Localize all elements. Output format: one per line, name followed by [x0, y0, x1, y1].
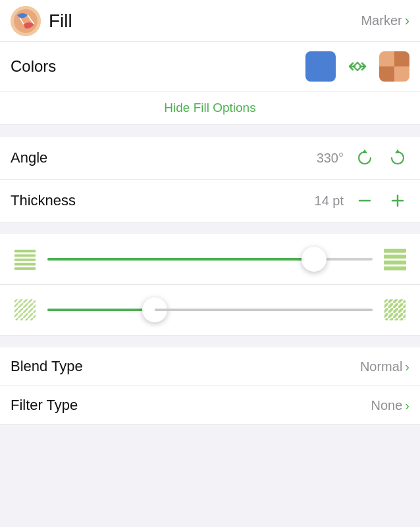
svg-rect-9 [14, 250, 36, 253]
svg-rect-16 [384, 261, 406, 264]
checker-tr [394, 51, 409, 66]
slider2-row [0, 285, 420, 336]
svg-rect-12 [14, 263, 36, 266]
rotate-ccw-icon [355, 148, 375, 168]
slider1-thumb[interactable] [302, 247, 327, 272]
svg-rect-13 [14, 267, 36, 270]
blue-swatch[interactable] [305, 51, 336, 82]
svg-rect-14 [384, 249, 406, 253]
thickness-value: 14 pt [315, 193, 344, 209]
rotate-ccw-button[interactable] [353, 146, 377, 170]
slider2-fill [47, 309, 155, 311]
svg-rect-11 [14, 259, 36, 261]
svg-rect-19 [14, 299, 36, 320]
slider2-track-container[interactable] [47, 295, 373, 324]
slider1-fill [47, 258, 314, 261]
swap-arrows-icon [344, 53, 371, 80]
blend-type-chevron-icon[interactable]: › [405, 359, 409, 374]
rotate-cw-icon [388, 148, 407, 168]
angle-value: 330° [317, 151, 344, 166]
chevron-right-icon[interactable]: › [405, 13, 409, 30]
svg-rect-17 [384, 266, 406, 270]
svg-rect-15 [384, 255, 406, 259]
horizontal-stripes-icon-right [381, 245, 409, 274]
header-left: Fill [11, 6, 72, 36]
rotate-cw-button[interactable] [386, 146, 409, 170]
checker-bl [379, 66, 394, 82]
header-nav[interactable]: Marker › [361, 13, 409, 30]
blend-type-value: Normal [360, 359, 402, 374]
section-divider-2 [0, 222, 420, 234]
thickness-controls: 14 pt [315, 189, 409, 213]
slider2-track [47, 309, 373, 311]
nav-label: Marker [361, 13, 402, 28]
svg-marker-5 [395, 149, 400, 153]
slider1-track [47, 258, 373, 261]
hide-fill-text: Hide Fill Options [164, 101, 255, 115]
decrease-button[interactable] [353, 189, 377, 213]
blend-type-right: Normal › [360, 359, 409, 374]
blend-type-label: Blend Type [11, 358, 83, 375]
increase-button[interactable] [386, 189, 409, 213]
plus-icon [388, 191, 407, 210]
filter-type-row[interactable]: Filter Type None › [0, 386, 420, 425]
hide-fill-row[interactable]: Hide Fill Options [0, 91, 420, 125]
page-title: Fill [49, 11, 72, 32]
svg-marker-4 [362, 149, 367, 153]
slider1-track-container[interactable] [47, 245, 373, 274]
colors-swatches [305, 51, 409, 82]
section-divider-1 [0, 125, 420, 137]
checker-br [394, 66, 409, 82]
angle-row: Angle 330° [0, 137, 420, 180]
checker-swatch[interactable] [379, 51, 409, 82]
section-divider-3 [0, 336, 420, 347]
colors-label: Colors [11, 57, 56, 76]
angle-label: Angle [11, 149, 47, 166]
diagonal-stripes-icon-left [11, 295, 39, 324]
diagonal-stripes-icon-right [381, 295, 409, 324]
header: Fill Marker › [0, 0, 420, 42]
app-icon [11, 6, 41, 36]
angle-controls: 330° [317, 146, 409, 170]
svg-point-1 [14, 9, 38, 33]
colors-row: Colors [0, 42, 420, 91]
horizontal-stripes-icon-left [11, 245, 39, 274]
swap-arrow-button[interactable] [342, 51, 373, 82]
thickness-row: Thickness 14 pt [0, 180, 420, 222]
filter-type-value: None [371, 398, 403, 413]
filter-type-label: Filter Type [11, 397, 78, 414]
thickness-label: Thickness [11, 192, 76, 209]
svg-rect-10 [14, 254, 36, 257]
filter-type-chevron-icon[interactable]: › [405, 398, 409, 413]
checker-tl [379, 51, 394, 66]
minus-icon [355, 191, 374, 210]
slider1-row [0, 234, 420, 285]
svg-rect-21 [384, 299, 406, 320]
filter-type-right: None › [371, 398, 409, 413]
blend-type-row[interactable]: Blend Type Normal › [0, 347, 420, 386]
